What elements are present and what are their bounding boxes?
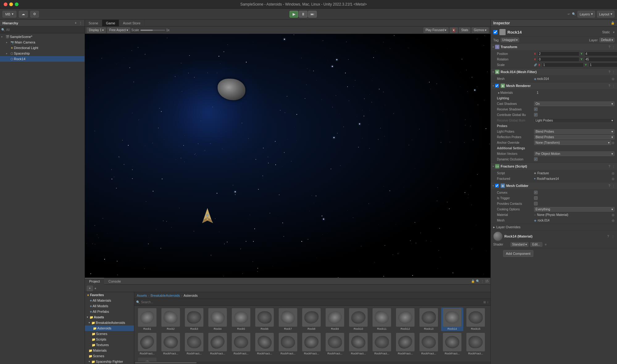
tab-project[interactable]: Project [85, 278, 104, 285]
mesh-pick-icon[interactable]: ◎ [612, 77, 615, 81]
asset-rockfract-2[interactable]: RockFract... [160, 332, 182, 356]
scale-x-input[interactable] [542, 63, 584, 67]
asset-rock11[interactable]: Rock11 [371, 308, 393, 331]
search-icon[interactable]: 🔍 [572, 12, 576, 16]
cast-shadows-dropdown[interactable]: On ▾ [534, 101, 615, 106]
project-menu-icon[interactable]: ⋮ [481, 279, 484, 283]
asset-rockfract-12[interactable]: RockFract... [394, 332, 416, 356]
asset-rock3[interactable]: Rock3 [183, 308, 205, 331]
settings-btn[interactable]: ⚙ [30, 11, 39, 18]
asset-rock5[interactable]: Rock5 [230, 308, 252, 331]
transform-header[interactable]: ▾ ⊹ Transform ? ⋮ [491, 43, 617, 50]
proj-textures-sub[interactable]: 📁 Textures [85, 342, 134, 348]
proj-scenes[interactable]: 📁 Scenes [85, 331, 134, 337]
asset-rock8[interactable]: Rock8 [300, 308, 323, 331]
sort-icon[interactable]: ↕ [487, 300, 489, 304]
proj-all-prefabs[interactable]: ◈ All Prefabs [85, 309, 134, 314]
contrib-gi-check[interactable] [534, 113, 538, 117]
asset-rockfract-4[interactable]: RockFract... [206, 332, 229, 356]
layers-dropdown[interactable]: Layers ▾ [577, 11, 595, 18]
undo-icon[interactable]: ↩ [568, 12, 570, 16]
breadcrumb-breakable[interactable]: BreakableAsteroids [151, 294, 180, 297]
game-display-dropdown[interactable]: Display 1 ▾ [87, 27, 106, 33]
asset-rock1[interactable]: Rock1 [136, 308, 158, 331]
favorites-header[interactable]: ★ Favorites [85, 292, 134, 298]
mc-menu-icon[interactable]: ⋮ [612, 184, 615, 188]
asset-rockfract-15[interactable]: RockFract... [465, 332, 487, 356]
fractured-pick-icon[interactable]: ◎ [612, 177, 615, 180]
hierarchy-add-icon[interactable]: + [75, 21, 77, 25]
asset-rock7[interactable]: Rock7 [277, 308, 299, 331]
assets-scrollbar[interactable] [134, 362, 490, 364]
asset-model-file[interactable]: RockFract... [136, 357, 158, 362]
mr-menu-icon[interactable]: ⋮ [612, 84, 615, 88]
cooking-options-dropdown[interactable]: Everything ▾ [534, 207, 615, 212]
hierarchy-item-main-camera[interactable]: ▸ 📷 Main Camera [0, 39, 85, 45]
asset-rock10[interactable]: Rock10 [347, 308, 369, 331]
is-trigger-check[interactable] [534, 196, 538, 200]
close-button[interactable] [4, 2, 7, 6]
anchor-override-dropdown[interactable]: None (Transform) ▾ [534, 140, 611, 145]
hierarchy-menu-icon[interactable]: ⋮ [79, 21, 82, 25]
mesh-filter-menu-icon[interactable]: ⋮ [612, 70, 615, 74]
mesh-filter-help-icon[interactable]: ? [608, 70, 610, 74]
layout-dropdown[interactable]: Layout ▾ [597, 11, 615, 18]
transform-help-icon[interactable]: ? [608, 45, 610, 49]
asset-rock15[interactable]: Rock15 [465, 308, 487, 331]
proj-materials[interactable]: 📁 Materials [85, 348, 134, 353]
minimize-button[interactable] [9, 2, 13, 6]
asset-rockfract-14[interactable]: RockFract... [441, 332, 463, 356]
asset-rockfract-6[interactable]: RockFract... [253, 332, 276, 356]
assets-header[interactable]: ▾ 📁 Assets [85, 314, 134, 320]
collider-mesh-pick[interactable]: ◎ [612, 219, 615, 222]
light-probes-dropdown[interactable]: Blend Probes ▾ [534, 129, 615, 134]
mr-help-icon[interactable]: ? [608, 84, 610, 88]
tab-console[interactable]: Console [104, 278, 125, 285]
proj-asteroids[interactable]: 📁 Asteroids [85, 325, 134, 331]
tab-asset-store[interactable]: Asset Store [119, 20, 144, 27]
asset-rock6[interactable]: Rock6 [253, 308, 276, 331]
add-folder-btn[interactable]: + [87, 286, 93, 291]
scale-y-input[interactable] [589, 63, 617, 67]
materials-expand[interactable]: ▸ [497, 91, 500, 94]
mesh-renderer-header[interactable]: ▾ ▣ Mesh Renderer ? ⋮ [491, 82, 617, 89]
mb-dropdown[interactable]: MB ▾ [2, 11, 16, 18]
asset-rock4[interactable]: Rock4 [206, 308, 229, 331]
scale-slider[interactable] [140, 30, 165, 31]
maximize-button[interactable] [15, 2, 19, 6]
proj-spaceship-fighter[interactable]: ▾ 📁 Spaceship Fighter [85, 359, 134, 364]
fracture-menu-icon[interactable]: ⋮ [612, 165, 615, 168]
proj-all-materials[interactable]: ◈ All Materials [85, 298, 134, 303]
stats-btn[interactable]: Stats [459, 27, 470, 33]
window-controls[interactable] [4, 2, 19, 6]
asset-rock13[interactable]: Rock13 [418, 308, 440, 331]
project-lock-icon[interactable]: 🔒 [471, 279, 475, 283]
asset-rockfract-5[interactable]: RockFract... [230, 332, 252, 356]
material-menu-icon[interactable]: ⋮ [611, 235, 615, 238]
asset-rock12[interactable]: Rock12 [394, 308, 416, 331]
proj-scripts[interactable]: 📁 Scripts [85, 337, 134, 342]
rot-y-input[interactable] [584, 57, 617, 62]
cloud-btn[interactable]: ☁ [19, 11, 28, 18]
add-component-button[interactable]: Add Component [503, 250, 533, 257]
pos-y-input[interactable] [584, 52, 617, 56]
edit-shader-button[interactable]: Edit... [530, 242, 543, 247]
asset-rock2[interactable]: Rock2 [160, 308, 182, 331]
asset-rockfract-11[interactable]: RockFract... [371, 332, 393, 356]
mesh-collider-header[interactable]: ▾ ▦ Mesh Collider ? ⋮ [491, 182, 617, 189]
receive-gi-dropdown[interactable]: Light Probes ▾ [534, 118, 615, 123]
hierarchy-item-spaceship[interactable]: ▸ ⬡ Spaceship [0, 51, 85, 56]
asset-rockfract-3[interactable]: RockFract... [183, 332, 205, 356]
asset-rock9[interactable]: Rock9 [324, 308, 346, 331]
assets-search-input[interactable] [141, 300, 482, 304]
tag-dropdown[interactable]: Untagged ▾ [501, 38, 519, 42]
filter-icon[interactable]: ⊞ [483, 300, 486, 304]
hierarchy-item-rock14[interactable]: ⬡ Rock14 [0, 56, 85, 62]
proj-scenes-main[interactable]: 📁 Scenes [85, 353, 134, 359]
hierarchy-item-directional-light[interactable]: ☀ Directional Light [0, 45, 85, 51]
project-search-icon[interactable]: 🔍 [476, 279, 480, 283]
fracture-help-icon[interactable]: ? [608, 165, 610, 168]
dynamic-occlusion-check[interactable] [534, 157, 538, 161]
tab-game[interactable]: Game [102, 20, 119, 27]
breadcrumb-assets[interactable]: Assets [137, 294, 147, 297]
